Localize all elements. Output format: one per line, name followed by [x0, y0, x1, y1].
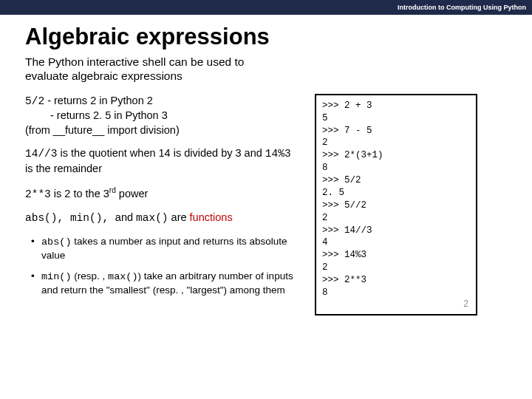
floordiv-paragraph: 14//3 is the quotient when 14 is divided… [25, 146, 299, 176]
bullet1-code: abs() [41, 236, 72, 248]
functions-paragraph: abs(), min(), and max() are functions [25, 211, 299, 226]
bullet2-code1: min() [41, 271, 72, 282]
pow-code: 2**3 [25, 188, 51, 200]
bullet-minmax: min() (resp. , max()) take an arbitrary … [41, 270, 299, 297]
div-expr: 5/2 [25, 95, 44, 107]
division-paragraph: 5/2 - returns 2 in Python 2 - returns 2.… [25, 94, 299, 138]
left-column: 5/2 - returns 2 in Python 2 - returns 2.… [25, 94, 299, 316]
pow-text: is 2 to the 3 [51, 187, 109, 199]
content-columns: 5/2 - returns 2 in Python 2 - returns 2.… [25, 94, 507, 316]
floordiv-code2: 14%3 [265, 148, 291, 160]
funcs-and: and [115, 211, 136, 223]
bullet-list: abs() takes a number as input and return… [25, 235, 299, 298]
python-shell-box: >>> 2 + 3 5 >>> 7 - 5 2 >>> 2*(3+1) 8 >>… [315, 94, 477, 316]
slide-body: Algebraic expressions The Python interac… [0, 15, 532, 399]
course-label: Introduction to Computing Using Python [398, 4, 526, 11]
bullet2-code2: max() [108, 271, 138, 282]
floordiv-code1: 14//3 [25, 148, 58, 160]
right-column: >>> 2 + 3 5 >>> 7 - 5 2 >>> 2*(3+1) 8 >>… [315, 94, 477, 316]
funcs-word: functions [190, 211, 233, 223]
funcs-codes: abs(), min(), [25, 212, 115, 224]
div-line2: - returns 2. 5 in Python 3 [25, 109, 299, 123]
page-number: 2 [463, 298, 468, 310]
bullet2-mid: (resp. , [72, 270, 109, 282]
header-bar: Introduction to Computing Using Python [0, 0, 532, 15]
bullet1-text: takes a number as input and returns its … [41, 236, 287, 261]
floordiv-text2: is the remainder [25, 163, 102, 174]
pow-tail: power [116, 187, 149, 199]
power-paragraph: 2**3 is 2 to the 3rd power [25, 185, 299, 202]
slide-title: Algebraic expressions [25, 24, 507, 50]
funcs-max: max() [136, 212, 168, 224]
shell-lines: >>> 2 + 3 5 >>> 7 - 5 2 >>> 2*(3+1) 8 >>… [322, 100, 383, 298]
bullet-abs: abs() takes a number as input and return… [41, 235, 299, 262]
pow-sup: rd [109, 186, 116, 194]
floordiv-text1: is the quotient when 14 is divided by 3 … [58, 147, 265, 159]
slide-subtitle: The Python interactive shell can be used… [25, 55, 276, 83]
div-line3: (from __future__ import division) [25, 124, 180, 136]
div-line1: - returns 2 in Python 2 [44, 95, 153, 106]
funcs-are: are [168, 211, 190, 223]
